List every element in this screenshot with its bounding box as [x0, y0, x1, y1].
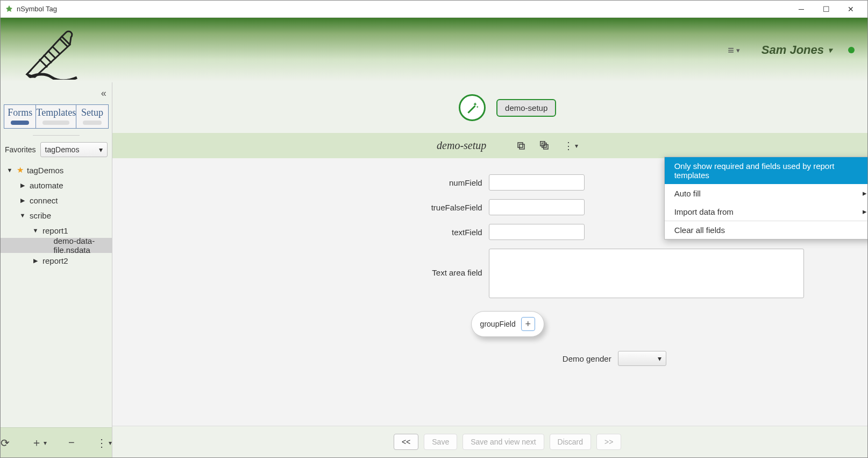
user-menu[interactable]: Sam Jones ▾: [762, 43, 832, 57]
trueFalseField-label: trueFalseField: [112, 203, 489, 212]
textField-label: textField: [112, 228, 489, 237]
chevron-right-icon[interactable]: ▶: [32, 257, 39, 264]
user-name: Sam Jones: [762, 43, 824, 57]
demoGender-select[interactable]: ▾: [618, 351, 666, 366]
window-title: nSymbol Tag: [17, 5, 789, 13]
duplicate-icon: [540, 141, 550, 151]
group-field-pill: groupField +: [471, 311, 544, 337]
chevron-down-icon[interactable]: ▼: [6, 167, 13, 173]
caret-down-icon: ▾: [658, 354, 661, 363]
tab-templates[interactable]: Templates: [36, 105, 76, 128]
numField-label: numField: [112, 178, 489, 187]
next-button[interactable]: >>: [596, 434, 621, 450]
form-header: demo-setup ⋮ ▾ Only show required and fi…: [112, 133, 867, 158]
menu-only-show-required[interactable]: Only show required and fields used by re…: [665, 157, 867, 184]
tree-item-demo-data-file[interactable]: demo-data-file.nsdata: [1, 238, 112, 253]
wizard-button[interactable]: [459, 94, 486, 121]
pencil-logo-icon: [13, 20, 78, 80]
setup-pill[interactable]: demo-setup: [496, 99, 556, 117]
navigation-tree: ▼ ★ tagDemos ▶ automate ▶ connect ▼ scri…: [1, 163, 112, 427]
svg-rect-5: [520, 144, 524, 149]
discard-button[interactable]: Discard: [550, 434, 591, 450]
minus-icon: −: [68, 436, 75, 449]
tree-item-report2[interactable]: ▶ report2: [1, 253, 112, 268]
chevron-right-icon[interactable]: ▶: [19, 182, 26, 189]
magic-wand-icon: [465, 101, 479, 115]
tab-forms[interactable]: Forms: [4, 105, 36, 128]
svg-rect-6: [518, 143, 523, 147]
favorites-select[interactable]: tagDemos ▾: [40, 142, 108, 157]
favorites-label: Favorites: [5, 145, 36, 154]
menu-clear-all[interactable]: Clear all fields: [665, 221, 867, 239]
chevron-right-icon[interactable]: ▶: [19, 197, 26, 204]
save-next-button[interactable]: Save and view next: [463, 434, 544, 450]
caret-down-icon: ▾: [736, 46, 740, 54]
svg-line-0: [60, 39, 68, 47]
form-footer: << Save Save and view next Discard >>: [112, 426, 867, 457]
sidebar-tabs: Forms Templates Setup: [4, 104, 109, 129]
chevron-down-icon[interactable]: ▼: [19, 212, 26, 219]
tree-item-report1[interactable]: ▼ report1: [1, 223, 112, 238]
textField-input[interactable]: [489, 224, 585, 240]
svg-line-1: [39, 59, 47, 67]
caret-down-icon: ▾: [109, 439, 112, 447]
status-indicator-icon: [848, 47, 855, 53]
duplicate-button[interactable]: [540, 141, 550, 151]
caret-down-icon: ▾: [44, 439, 47, 447]
tree-item-connect[interactable]: ▶ connect: [1, 193, 112, 208]
main-top-bar: demo-setup: [112, 82, 867, 133]
close-button[interactable]: ✕: [838, 1, 863, 18]
svg-line-4: [52, 46, 60, 54]
save-button[interactable]: Save: [424, 434, 457, 450]
tree-item-automate[interactable]: ▶ automate: [1, 178, 112, 193]
caret-down-icon: ▾: [575, 142, 578, 150]
svg-rect-7: [544, 144, 548, 149]
textarea-input[interactable]: [489, 249, 804, 298]
hamburger-icon: ≡: [728, 44, 734, 57]
menu-auto-fill[interactable]: Auto fill ▸: [665, 184, 867, 202]
titlebar: nSymbol Tag ─ ☐ ✕: [1, 1, 867, 18]
trueFalseField-input[interactable]: [489, 199, 585, 215]
maximize-button[interactable]: ☐: [814, 1, 838, 18]
prev-button[interactable]: <<: [394, 434, 418, 450]
textarea-label: Text area field: [112, 249, 489, 277]
refresh-button[interactable]: ⟳: [1, 436, 10, 449]
minimize-button[interactable]: ─: [789, 1, 814, 18]
copy-button[interactable]: [516, 141, 526, 151]
tree-item-scribe[interactable]: ▼ scribe: [1, 208, 112, 223]
more-button[interactable]: ⋮▾: [96, 436, 112, 449]
numField-input[interactable]: [489, 174, 585, 191]
caret-down-icon: ▾: [99, 145, 103, 154]
plus-icon: ＋: [31, 435, 42, 450]
svg-rect-8: [542, 143, 546, 147]
form-menu-button[interactable]: ⋮ ▾: [564, 140, 578, 152]
add-button[interactable]: ＋▾: [31, 435, 47, 450]
menu-import-data[interactable]: Import data from ▸: [665, 202, 867, 221]
form-title: demo-setup: [437, 139, 486, 152]
caret-down-icon: ▾: [828, 46, 832, 54]
app-body: « Forms Templates Setup Favorites: [1, 82, 867, 457]
demoGender-label: Demo gender: [112, 354, 618, 363]
tab-setup[interactable]: Setup: [76, 105, 108, 128]
main-area: demo-setup demo-setup ⋮ ▾ Only show requ…: [112, 82, 867, 457]
sidebar: « Forms Templates Setup Favorites: [1, 82, 112, 457]
star-icon: ★: [17, 165, 24, 175]
tree-root[interactable]: ▼ ★ tagDemos: [1, 163, 112, 178]
chevron-down-icon[interactable]: ▼: [32, 227, 39, 234]
app-window: nSymbol Tag ─ ☐ ✕ ≡ ▾ Sam Jones: [0, 0, 868, 458]
header-menu-button[interactable]: ≡ ▾: [728, 44, 740, 57]
kebab-icon: ⋮: [564, 140, 573, 152]
svg-line-2: [44, 55, 52, 63]
svg-rect-9: [540, 141, 545, 145]
chevron-right-icon: ▸: [863, 188, 867, 198]
form-options-menu: Only show required and fields used by re…: [664, 157, 867, 239]
collapse-sidebar-button[interactable]: «: [99, 86, 109, 101]
remove-button[interactable]: −: [68, 436, 75, 449]
groupField-label: groupField: [480, 320, 516, 328]
sidebar-toolbar: ⟳ ＋▾ − ⋮▾: [1, 427, 112, 457]
chevron-right-icon: ▸: [863, 207, 867, 216]
add-group-button[interactable]: +: [521, 317, 535, 331]
app-header: ≡ ▾ Sam Jones ▾: [1, 18, 867, 82]
favorites-row: Favorites tagDemos ▾: [1, 142, 112, 157]
copy-icon: [516, 141, 526, 151]
